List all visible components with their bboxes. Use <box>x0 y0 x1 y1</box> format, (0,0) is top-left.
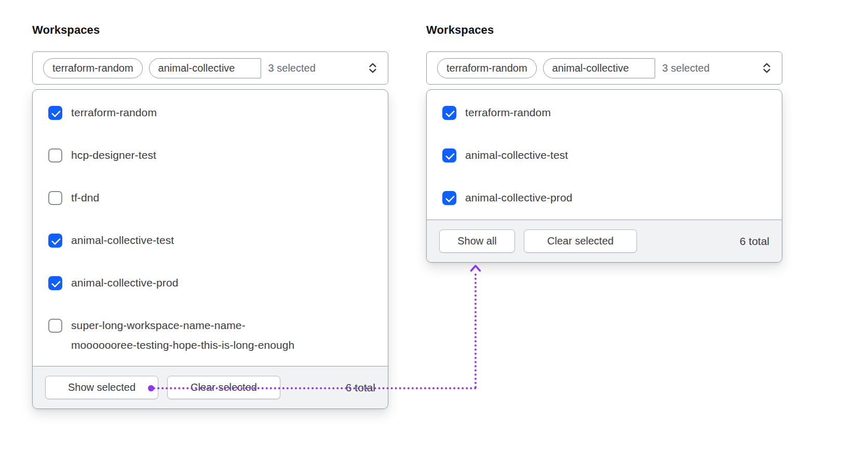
option-label: terraform-random <box>71 103 157 122</box>
option-row[interactable]: terraform-random <box>48 103 375 122</box>
option-label: tf-dnd <box>71 188 99 208</box>
dropdown-panel: terraform-random animal-collective-test … <box>426 89 782 263</box>
checkbox[interactable] <box>442 106 456 120</box>
options-list: terraform-random animal-collective-test … <box>427 90 782 208</box>
chevron-up-down-icon <box>760 61 774 75</box>
selected-tag: terraform-random <box>437 58 537 78</box>
checkbox[interactable] <box>48 106 62 120</box>
selected-tag-truncated: animal-collective <box>149 58 261 78</box>
option-row[interactable]: super-long-workspace-name-name-moooooore… <box>48 316 375 355</box>
show-all-button[interactable]: Show all <box>439 229 515 253</box>
panel-footer: Show selected Clear selected 6 total <box>33 366 388 408</box>
clear-selected-button[interactable]: Clear selected <box>167 376 280 399</box>
option-row[interactable]: animal-collective-prod <box>48 273 375 293</box>
option-label: hcp-designer-test <box>71 145 156 165</box>
option-label: animal-collective-prod <box>465 188 572 208</box>
multiselect-right: Workspaces terraform-random animal-colle… <box>426 23 782 263</box>
checkbox[interactable] <box>48 319 62 333</box>
option-row[interactable]: terraform-random <box>442 103 769 122</box>
show-selected-button[interactable]: Show selected <box>45 376 158 399</box>
multiselect-trigger[interactable]: terraform-random animal-collective 3 sel… <box>32 51 388 85</box>
selected-count: 3 selected <box>268 62 316 74</box>
dropdown-panel: terraform-random hcp-designer-test tf-dn… <box>32 89 388 409</box>
clear-selected-button[interactable]: Clear selected <box>524 229 637 253</box>
selected-tag-truncated: animal-collective <box>543 58 655 78</box>
multiselect-left: Workspaces terraform-random animal-colle… <box>32 23 388 409</box>
annotation-line-vertical <box>474 274 477 388</box>
checkbox[interactable] <box>48 148 62 162</box>
chevron-up-down-icon <box>366 61 379 75</box>
option-row[interactable]: animal-collective-test <box>442 145 769 165</box>
option-row[interactable]: tf-dnd <box>48 188 375 208</box>
checkbox[interactable] <box>48 276 62 290</box>
option-label: terraform-random <box>465 103 551 122</box>
checkbox[interactable] <box>442 191 456 205</box>
total-count: 6 total <box>740 235 769 248</box>
total-count: 6 total <box>346 382 375 394</box>
option-label: animal-collective-test <box>465 145 568 165</box>
option-label: super-long-workspace-name-name-moooooore… <box>71 316 300 355</box>
option-row[interactable]: hcp-designer-test <box>48 145 375 165</box>
field-label: Workspaces <box>32 23 388 37</box>
selected-tag: terraform-random <box>43 58 143 78</box>
multiselect-trigger[interactable]: terraform-random animal-collective 3 sel… <box>426 51 782 85</box>
panel-footer: Show all Clear selected 6 total <box>427 220 782 262</box>
option-label: animal-collective-prod <box>71 273 178 293</box>
checkbox[interactable] <box>48 191 62 205</box>
annotation-arrowhead-icon <box>470 264 481 272</box>
checkbox[interactable] <box>48 234 62 248</box>
checkbox[interactable] <box>442 148 456 162</box>
option-row[interactable]: animal-collective-prod <box>442 188 769 208</box>
options-list: terraform-random hcp-designer-test tf-dn… <box>33 90 388 355</box>
canvas: Workspaces terraform-random animal-colle… <box>0 0 868 463</box>
option-label: animal-collective-test <box>71 230 174 250</box>
option-row[interactable]: animal-collective-test <box>48 230 375 250</box>
selected-count: 3 selected <box>662 62 710 74</box>
field-label: Workspaces <box>426 23 782 37</box>
